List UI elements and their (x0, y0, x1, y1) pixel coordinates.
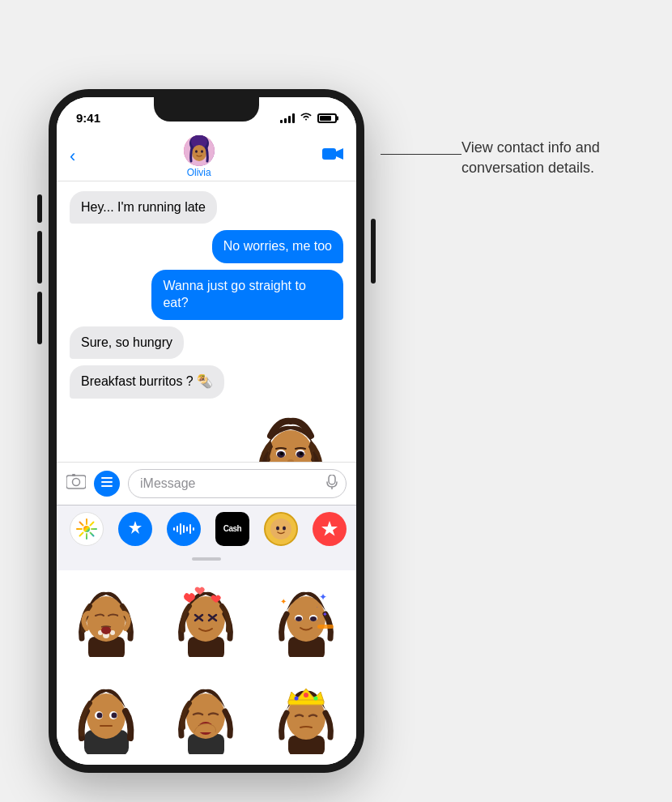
mic-icon (326, 475, 338, 493)
memoji-sticker-sneezing[interactable] (57, 570, 156, 668)
callout: View contact info and conversation detai… (461, 138, 648, 178)
wifi-icon (300, 112, 313, 124)
message-bubble: Wanna just go straight to eat? (151, 270, 343, 320)
svg-point-60 (97, 713, 103, 719)
svg-point-49 (296, 616, 302, 621)
signal-icon (280, 113, 295, 123)
svg-point-68 (304, 693, 308, 697)
video-call-button[interactable] (322, 146, 343, 167)
callout-line (381, 154, 461, 155)
message-bubble: Sure, so hungry (70, 326, 184, 360)
photos-app-icon[interactable] (70, 512, 104, 546)
svg-rect-27 (180, 523, 181, 535)
contact-name: Olivia (187, 167, 211, 178)
memoji-grid: ✦ ✦ · ✦ (57, 570, 356, 765)
drawer-handle-area (57, 552, 356, 570)
svg-rect-29 (186, 527, 188, 531)
memoji-sticker-crown[interactable] (257, 668, 356, 765)
notch (154, 97, 259, 122)
message-input[interactable]: iMessage (128, 469, 347, 498)
svg-rect-19 (66, 476, 86, 488)
phone-frame: 9:41 (49, 89, 364, 773)
app-icons-row: Cash (57, 512, 356, 546)
apple-cash-icon[interactable]: Cash (215, 512, 249, 546)
status-icons (280, 112, 337, 124)
svg-point-24 (83, 526, 90, 532)
status-time: 9:41 (76, 111, 100, 125)
message-row: Breakfast burritos ? 🌯 (70, 365, 343, 399)
phone-wrapper: 9:41 (49, 89, 364, 773)
back-button[interactable]: ‹ (70, 146, 75, 167)
message-row: Wanna just go straight to eat? (70, 270, 343, 320)
memoji-message (70, 412, 343, 461)
message-row: Sure, so hungry (70, 326, 343, 360)
memoji-icon[interactable] (264, 512, 298, 546)
svg-point-50 (310, 616, 317, 621)
svg-text:✦: ✦ (322, 611, 328, 618)
memoji-sticker-yawning[interactable] (156, 668, 256, 765)
appstore-icon[interactable] (118, 512, 152, 546)
svg-rect-55 (317, 625, 334, 629)
volume-up-button[interactable] (37, 194, 42, 223)
svg-rect-6 (322, 148, 336, 160)
memoji-sticker-hearts[interactable] (156, 570, 256, 668)
stickers-icon[interactable] (313, 512, 347, 546)
silent-switch[interactable] (37, 292, 42, 344)
input-placeholder: iMessage (140, 476, 195, 491)
svg-point-4 (195, 150, 198, 153)
apps-button[interactable] (94, 471, 120, 497)
message-row: Hey... I'm running late (70, 191, 343, 224)
avatar-image (184, 135, 215, 166)
svg-point-15 (280, 452, 283, 455)
svg-point-32 (270, 518, 291, 540)
memoji-sticker (238, 412, 343, 461)
svg-rect-21 (72, 474, 75, 476)
svg-point-69 (294, 697, 298, 701)
svg-rect-25 (173, 527, 175, 531)
svg-point-33 (276, 526, 279, 530)
svg-text:✦: ✦ (319, 591, 327, 603)
svg-point-34 (283, 526, 286, 530)
volume-down-button[interactable] (37, 231, 42, 284)
svg-point-3 (192, 145, 206, 161)
svg-point-42 (101, 626, 111, 634)
message-row: No worries, me too (70, 230, 343, 263)
svg-point-70 (313, 697, 317, 701)
svg-rect-31 (193, 527, 194, 531)
svg-point-61 (112, 713, 117, 719)
message-bubble: Hey... I'm running late (70, 191, 217, 224)
input-area: iMessage (57, 462, 356, 505)
nav-bar: ‹ (57, 133, 356, 181)
avatar (184, 135, 215, 166)
memoji-sticker-neutral[interactable] (57, 668, 156, 765)
svg-rect-30 (189, 524, 191, 534)
message-bubble: No worries, me too (212, 230, 343, 263)
svg-rect-22 (329, 475, 335, 484)
memoji-character (242, 412, 339, 461)
message-bubble: Breakfast burritos ? 🌯 (70, 365, 224, 399)
audio-messages-icon[interactable] (167, 512, 201, 546)
screen: 9:41 (57, 97, 356, 765)
memoji-sticker-sparkles[interactable]: ✦ ✦ · ✦ (257, 570, 356, 668)
svg-rect-67 (288, 700, 324, 705)
contact-header[interactable]: Olivia (184, 135, 215, 178)
svg-point-20 (73, 478, 80, 485)
callout-text: View contact info and conversation detai… (461, 138, 648, 178)
svg-point-5 (201, 150, 203, 153)
drag-indicator (192, 557, 221, 561)
svg-point-16 (300, 452, 303, 455)
power-button[interactable] (371, 219, 376, 284)
app-bar: Cash (57, 505, 356, 552)
svg-rect-26 (177, 526, 178, 532)
battery-icon (317, 113, 337, 123)
camera-button[interactable] (66, 473, 86, 494)
battery-fill (320, 116, 331, 121)
svg-text:✦: ✦ (280, 597, 287, 606)
svg-rect-28 (183, 525, 185, 533)
messages-area: Hey... I'm running late No worries, me t… (57, 181, 356, 462)
